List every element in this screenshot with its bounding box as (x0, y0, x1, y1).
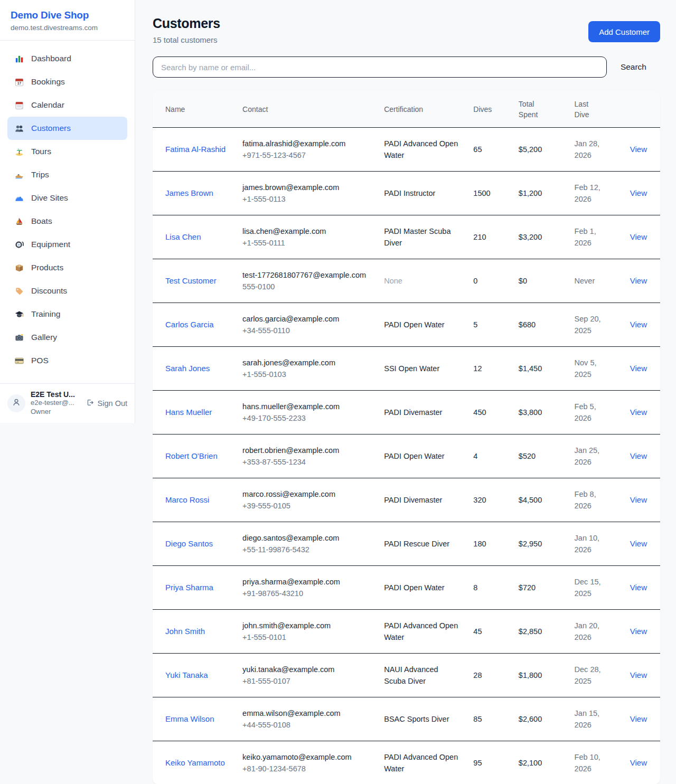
customer-certification: SSI Open Water (384, 364, 439, 373)
sidebar-item-gallery[interactable]: Gallery (7, 326, 127, 349)
customer-dives: 45 (473, 610, 519, 654)
customer-name-link[interactable]: Lisa Chen (165, 232, 201, 241)
column-header-dives: Dives (473, 91, 519, 128)
customer-phone: +81-90-1234-5678 (242, 763, 371, 774)
sidebar-item-pos[interactable]: POS (7, 349, 127, 372)
customer-name-link[interactable]: Robert O'Brien (165, 451, 218, 460)
customer-last-dive: Feb 12, 2026 (575, 172, 624, 215)
column-header-name: Name (153, 91, 242, 128)
customer-name-link[interactable]: Hans Mueller (165, 408, 212, 417)
view-link[interactable]: View (630, 627, 647, 636)
customers-table: Name Contact Certification Dives Total S… (153, 91, 660, 784)
customer-email: yuki.tanaka@example.com (242, 664, 371, 675)
shop-domain: demo.test.divestreams.com (11, 24, 124, 32)
customer-phone: +39-555-0105 (242, 500, 371, 512)
sidebar-item-boats[interactable]: Boats (7, 210, 127, 233)
customer-name-link[interactable]: James Brown (165, 188, 213, 197)
customer-name-link[interactable]: Test Customer (165, 276, 217, 285)
customer-certification: NAUI Advanced Scuba Diver (384, 665, 438, 685)
table-row: Robert O'Brien robert.obrien@example.com… (153, 434, 660, 478)
customer-certification: PADI Advanced Open Water (384, 139, 458, 159)
customer-total-spent: $0 (519, 259, 575, 303)
view-link[interactable]: View (630, 188, 647, 197)
view-link[interactable]: View (630, 408, 647, 417)
customer-email: keiko.yamamoto@example.com (242, 751, 371, 763)
customer-phone: +1-555-0101 (242, 631, 371, 643)
customer-name-link[interactable]: John Smith (165, 627, 205, 636)
bar-chart-icon (14, 53, 24, 64)
customer-name-link[interactable]: Emma Wilson (165, 714, 214, 723)
view-link[interactable]: View (630, 232, 647, 241)
customer-email: john.smith@example.com (242, 620, 371, 631)
sidebar-item-training[interactable]: Training (7, 303, 127, 326)
customer-last-dive: Sep 20, 2025 (575, 303, 624, 347)
view-link[interactable]: View (630, 145, 647, 154)
sidebar-item-products[interactable]: Products (7, 256, 127, 279)
speedboat-icon (14, 169, 24, 180)
view-link[interactable]: View (630, 714, 647, 723)
sidebar-item-dashboard[interactable]: Dashboard (7, 47, 127, 70)
view-link[interactable]: View (630, 451, 647, 460)
customer-name-link[interactable]: Diego Santos (165, 539, 213, 548)
view-link[interactable]: View (630, 276, 647, 285)
customer-dives: 1500 (473, 172, 519, 215)
view-link[interactable]: View (630, 758, 647, 767)
customer-dives: 12 (473, 347, 519, 391)
customer-name-link[interactable]: Carlos Garcia (165, 320, 214, 329)
view-link[interactable]: View (630, 364, 647, 373)
view-link[interactable]: View (630, 583, 647, 592)
customer-email: marco.rossi@example.com (242, 488, 371, 500)
customer-last-dive: Jan 28, 2026 (575, 128, 624, 172)
customer-dives: 28 (473, 654, 519, 697)
customer-phone: +1-555-0113 (242, 193, 371, 205)
add-customer-button[interactable]: Add Customer (588, 21, 660, 42)
customer-total-spent: $1,450 (519, 347, 575, 391)
customer-name-link[interactable]: Keiko Yamamoto (165, 758, 225, 767)
customer-name-link[interactable]: Sarah Jones (165, 364, 210, 373)
customer-total-spent: $2,850 (519, 610, 575, 654)
customer-total-spent: $3,200 (519, 215, 575, 259)
sidebar-item-equipment[interactable]: Equipment (7, 233, 127, 256)
customer-email: robert.obrien@example.com (242, 445, 371, 456)
table-row: Hans Mueller hans.mueller@example.com +4… (153, 391, 660, 434)
customer-name-link[interactable]: Marco Rossi (165, 495, 209, 504)
customer-total-spent: $2,100 (519, 741, 575, 784)
island-icon (14, 146, 24, 157)
user-name: E2E Test U... (31, 390, 80, 399)
sidebar-item-trips[interactable]: Trips (7, 163, 127, 186)
view-link[interactable]: View (630, 320, 647, 329)
table-row: Keiko Yamamoto keiko.yamamoto@example.co… (153, 741, 660, 784)
customer-name-link[interactable]: Priya Sharma (165, 583, 213, 592)
customer-dives: 450 (473, 391, 519, 434)
table-row: Emma Wilson emma.wilson@example.com +44-… (153, 697, 660, 741)
sidebar-item-tours[interactable]: Tours (7, 140, 127, 163)
customer-dives: 8 (473, 566, 519, 610)
customer-total-spent: $5,200 (519, 128, 575, 172)
customer-name-link[interactable]: Fatima Al-Rashid (165, 145, 226, 154)
sign-out-icon (86, 398, 95, 409)
sign-out-button[interactable]: Sign Out (86, 398, 127, 409)
search-input[interactable] (153, 56, 607, 78)
sidebar-item-dive-sites[interactable]: Dive Sites (7, 186, 127, 210)
table-row: John Smith john.smith@example.com +1-555… (153, 610, 660, 654)
sidebar-item-discounts[interactable]: Discounts (7, 279, 127, 303)
customer-email: emma.wilson@example.com (242, 707, 371, 719)
main-content: Customers 15 total customers Add Custome… (135, 0, 676, 784)
customer-certification: PADI Open Water (384, 320, 444, 329)
customer-certification: PADI Divemaster (384, 408, 442, 417)
sidebar-item-customers[interactable]: Customers (7, 117, 127, 140)
customer-last-dive: Nov 5, 2025 (575, 347, 624, 391)
view-link[interactable]: View (630, 670, 647, 679)
search-button[interactable]: Search (607, 62, 660, 72)
people-icon (14, 123, 24, 134)
sidebar-item-bookings[interactable]: 17 Bookings (7, 70, 127, 93)
sidebar-item-calendar[interactable]: Calendar (7, 93, 127, 117)
wave-icon (14, 193, 24, 203)
customer-last-dive: Feb 1, 2026 (575, 215, 624, 259)
customer-name-link[interactable]: Yuki Tanaka (165, 670, 208, 679)
customer-phone: +353-87-555-1234 (242, 456, 371, 468)
view-link[interactable]: View (630, 539, 647, 548)
customer-certification: PADI Instructor (384, 189, 435, 197)
customer-email: fatima.alrashid@example.com (242, 138, 371, 149)
view-link[interactable]: View (630, 495, 647, 504)
